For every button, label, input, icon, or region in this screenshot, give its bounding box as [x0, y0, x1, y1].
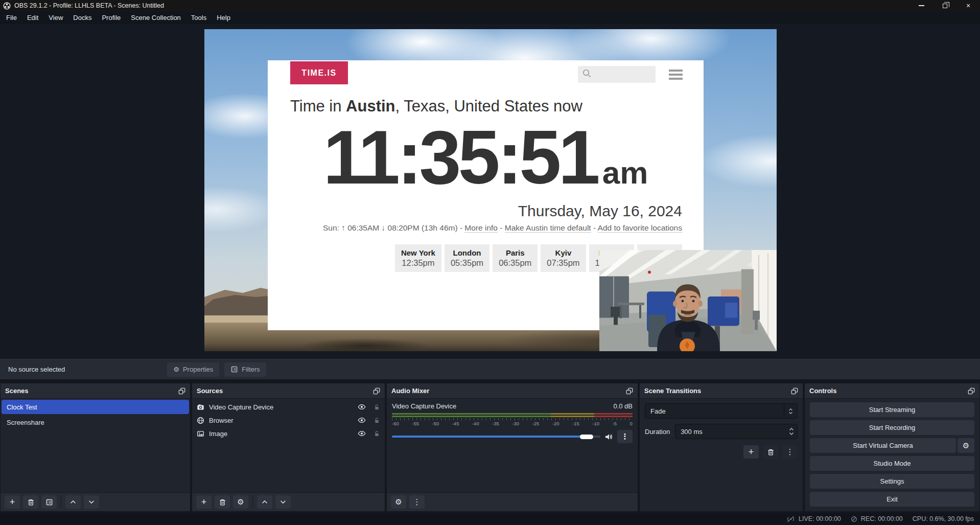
filter-icon: [230, 366, 238, 373]
transition-properties-button[interactable]: ⋮: [782, 445, 798, 459]
select-arrows-icon: [784, 404, 797, 418]
popout-icon[interactable]: [791, 387, 798, 395]
scene-transitions-panel: Scene Transitions Fade Duration 300 ms: [640, 383, 803, 511]
city-card: Paris06:35pm: [493, 244, 538, 272]
menu-file[interactable]: File: [1, 11, 22, 24]
city-card: London05:35pm: [445, 244, 489, 272]
filters-button[interactable]: Filters: [224, 362, 266, 377]
move-scene-down-button[interactable]: [84, 495, 99, 509]
stream-status-icon: [786, 516, 795, 522]
search-icon: [582, 69, 592, 80]
audio-mixer-panel: Audio Mixer Video Capture Device 0.0 dB: [387, 383, 638, 511]
source-item-video-capture[interactable]: Video Capture Device: [192, 400, 385, 414]
live-time: LIVE: 00:00:00: [799, 515, 841, 522]
menu-profile[interactable]: Profile: [97, 11, 126, 24]
city-card: Kyiv07:35pm: [541, 244, 586, 272]
add-source-button[interactable]: +: [196, 495, 212, 509]
cpu-fps-stats: CPU: 0.6%, 30.00 fps: [913, 515, 974, 522]
volume-slider-handle[interactable]: [580, 435, 593, 439]
spinner-arrows-icon[interactable]: [786, 428, 797, 435]
obs-window: OBS 29.1.2 - Profile: LLHLS BETA - Scene…: [0, 0, 980, 525]
start-streaming-button[interactable]: Start Streaming: [810, 402, 974, 417]
lock-icon[interactable]: [374, 430, 380, 437]
add-favorite-link: Add to favorite locations: [598, 223, 682, 233]
menu-edit[interactable]: Edit: [22, 11, 43, 24]
start-virtual-camera-button[interactable]: Start Virtual Camera: [810, 438, 956, 453]
source-item-image[interactable]: Image: [192, 427, 385, 440]
record-status-icon: [851, 516, 857, 522]
chevron-up-icon: [261, 498, 268, 506]
duration-label: Duration: [645, 428, 670, 436]
settings-button[interactable]: Settings: [810, 474, 974, 489]
move-scene-up-button[interactable]: [65, 495, 81, 509]
visibility-eye-icon[interactable]: [358, 403, 366, 411]
obs-logo-icon: [3, 2, 11, 10]
virtual-camera-settings-button[interactable]: ⚙: [958, 438, 974, 453]
status-bar: LIVE: 00:00:00 REC: 00:00:00 CPU: 0.6%, …: [0, 513, 980, 525]
mixer-channel-name: Video Capture Device: [392, 402, 456, 410]
mixer-options-button[interactable]: ⋮: [617, 430, 633, 443]
minimize-button[interactable]: [909, 0, 933, 11]
visibility-eye-icon[interactable]: [358, 429, 366, 438]
menu-docks[interactable]: Docks: [68, 11, 97, 24]
lock-icon[interactable]: [374, 417, 380, 424]
globe-icon: [197, 417, 204, 424]
lock-icon[interactable]: [374, 404, 380, 410]
chevron-up-icon: [69, 498, 77, 506]
properties-button[interactable]: ⚙ Properties: [167, 362, 219, 377]
source-item-browser[interactable]: Browser: [192, 414, 385, 427]
close-button[interactable]: ×: [956, 0, 980, 11]
advanced-audio-button[interactable]: ⚙: [391, 495, 406, 509]
make-default-link: Make Austin time default: [505, 223, 591, 233]
menu-scene-collection[interactable]: Scene Collection: [126, 11, 186, 24]
remove-source-button[interactable]: [215, 495, 230, 509]
controls-title: Controls: [809, 387, 836, 395]
clock-digits: 11:35:51: [323, 115, 597, 199]
menu-tools[interactable]: Tools: [186, 11, 212, 24]
start-recording-button[interactable]: Start Recording: [810, 420, 974, 435]
scene-item-clock-test[interactable]: Clock Test: [2, 400, 189, 414]
source-toolbar: No source selected ⚙ Properties Filters: [0, 359, 980, 379]
sun-info: Sun: ↑ 06:35AM ↓ 08:20PM (13h 46m) - Mor…: [268, 223, 704, 233]
studio-mode-button[interactable]: Studio Mode: [810, 456, 974, 471]
scenes-panel: Scenes Clock Test Screenshare +: [1, 383, 190, 511]
transitions-title: Scene Transitions: [644, 387, 701, 395]
popout-icon[interactable]: [373, 387, 380, 395]
hamburger-menu-icon: [669, 70, 683, 80]
move-source-down-button[interactable]: [275, 495, 291, 509]
mixer-db-value: 0.0 dB: [613, 402, 633, 410]
no-source-label: No source selected: [8, 366, 65, 373]
transition-select[interactable]: Fade: [645, 403, 798, 419]
menu-help[interactable]: Help: [212, 11, 236, 24]
speaker-icon[interactable]: [604, 433, 613, 441]
scene-filters-button[interactable]: [41, 495, 57, 509]
sources-title: Sources: [197, 387, 223, 395]
scene-preview[interactable]: TIME.IS Time in Austin, Texas, United St…: [204, 29, 777, 351]
clock-ampm: am: [602, 155, 648, 190]
volume-slider[interactable]: [392, 435, 600, 439]
move-source-up-button[interactable]: [257, 495, 272, 509]
window-title: OBS 29.1.2 - Profile: LLHLS BETA - Scene…: [14, 2, 164, 9]
restore-button[interactable]: [933, 0, 956, 11]
exit-button[interactable]: Exit: [810, 492, 974, 507]
trash-icon: [767, 448, 775, 456]
webcam-source[interactable]: [599, 250, 777, 351]
timeis-date: Thursday, May 16, 2024: [268, 202, 704, 220]
add-transition-button[interactable]: +: [743, 445, 759, 459]
menu-view[interactable]: View: [43, 11, 68, 24]
remove-transition-button[interactable]: [763, 445, 778, 459]
chevron-down-icon: [279, 498, 287, 506]
trash-icon: [27, 498, 35, 506]
timeis-search-box: [578, 66, 656, 83]
popout-icon[interactable]: [626, 387, 633, 395]
mixer-menu-button[interactable]: ⋮: [409, 495, 425, 509]
visibility-eye-icon[interactable]: [358, 416, 366, 424]
popout-icon[interactable]: [178, 387, 185, 395]
add-scene-button[interactable]: +: [5, 495, 20, 509]
remove-scene-button[interactable]: [23, 495, 38, 509]
scene-item-screenshare[interactable]: Screenshare: [2, 415, 189, 429]
sources-panel: Sources Video Capture Device: [192, 383, 385, 511]
source-properties-button[interactable]: ⚙: [233, 495, 248, 509]
popout-icon[interactable]: [968, 387, 975, 395]
duration-spinner[interactable]: 300 ms: [675, 424, 798, 439]
